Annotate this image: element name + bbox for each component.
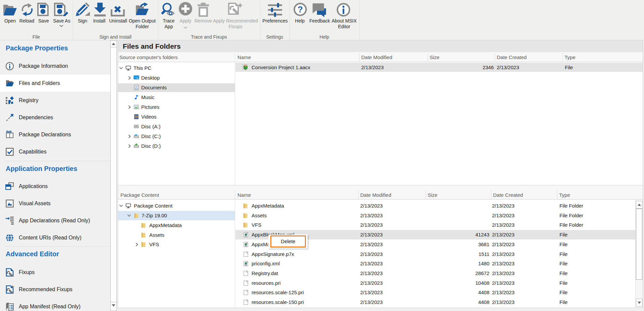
svg-text:?: ? xyxy=(298,4,303,14)
